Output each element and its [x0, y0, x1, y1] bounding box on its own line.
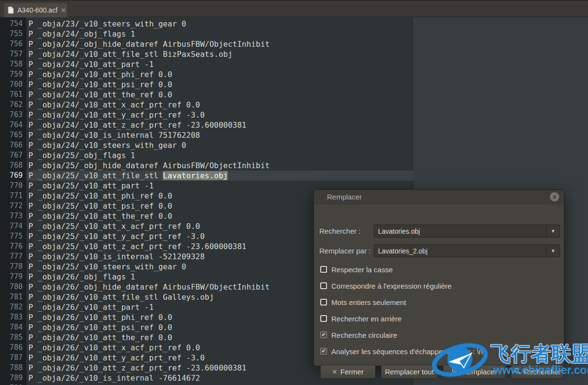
code-line[interactable]: 768P _obja/25/_obj_hide_dataref AirbusFB…	[0, 160, 588, 171]
line-number: 790	[0, 383, 26, 385]
line-number: 759	[0, 69, 26, 80]
tab-close-icon[interactable]: ✕	[61, 7, 66, 14]
checkbox-icon[interactable]	[320, 299, 327, 305]
checkbox-row[interactable]: ✔Recherche circulaire	[314, 327, 564, 343]
checkbox-row[interactable]: Correspondre à l'expression régulière	[314, 278, 564, 294]
button-label: Remplacer	[462, 368, 497, 376]
line-number: 779	[0, 272, 26, 282]
replace-dropdown-icon[interactable]: ▼	[546, 245, 560, 257]
code-line[interactable]: 769P _obja/25/_v10_att_file_stl Lavatori…	[0, 171, 588, 181]
line-number: 770	[0, 181, 26, 191]
search-input[interactable]	[374, 225, 546, 237]
code-line[interactable]: 755P _obja/24/_obj_flags 1	[0, 29, 588, 39]
code-line[interactable]: 762P _obja/24/_v10_att_x_acf_prt_ref 0.0	[0, 100, 588, 110]
line-text: P _obja/25/_obj_flags 1	[26, 150, 413, 160]
line-text: P _obja/23/_v10_steers_with_gear 0	[26, 19, 413, 29]
code-line[interactable]: 754P _obja/23/_v10_steers_with_gear 0	[0, 19, 588, 29]
line-number: 765	[0, 130, 26, 140]
line-text: P _obja/24/_obj_hide_dataref AirbusFBW/O…	[26, 39, 413, 49]
checkbox-label: Respecter la casse	[331, 266, 393, 274]
dialog-buttons: ✕FermerRemplacer toutRemplacerRechercher	[320, 365, 564, 379]
code-line[interactable]: 765P _obja/24/_v10_is_internal 751762208	[0, 130, 588, 140]
line-text: P _obja/24/_v10_att_part -1	[26, 59, 413, 69]
remplacer-tout-button[interactable]: Remplacer tout	[381, 365, 438, 379]
code-line[interactable]: 790P _obja/26/_v10_steers_with_gear 0	[0, 383, 588, 385]
code-line[interactable]: 759P _obja/24/_v10_att_phi_ref 0.0	[0, 69, 588, 80]
line-number: 784	[0, 322, 26, 332]
file-icon	[8, 6, 14, 14]
line-number: 785	[0, 332, 26, 343]
code-line[interactable]: 767P _obja/25/_obj_flags 1	[0, 150, 588, 160]
line-number: 788	[0, 363, 26, 373]
search-field-row: Rechercher : ▼	[314, 225, 564, 238]
search-dropdown-icon[interactable]: ▼	[546, 225, 560, 237]
line-number: 755	[0, 29, 26, 39]
checkbox-checked-icon[interactable]: ✔	[320, 332, 327, 338]
code-line[interactable]: 763P _obja/24/_v10_att_y_acf_prt_ref -3.…	[0, 110, 588, 120]
search-combo: ▼	[374, 225, 560, 238]
line-number: 766	[0, 140, 26, 150]
line-text: P _obja/26/_v10_steers_with_gear 0	[26, 383, 413, 385]
code-line[interactable]: 760P _obja/24/_v10_att_psi_ref 0.0	[0, 80, 588, 90]
code-line[interactable]: 757P _obja/24/_v10_att_file_stl BizPaxSe…	[0, 49, 588, 59]
replace-dialog-titlebar[interactable]: Remplacer ✕	[314, 190, 564, 204]
line-number: 787	[0, 353, 26, 363]
line-number: 772	[0, 201, 26, 211]
dialog-close-icon[interactable]: ✕	[550, 192, 559, 201]
selected-text: Lavatories.obj	[163, 171, 228, 180]
checkbox-label: Mots entiers seulement	[331, 298, 406, 306]
line-text: P _obja/24/_v10_is_internal 751762208	[26, 130, 413, 140]
rechercher-button[interactable]: Rechercher	[511, 365, 564, 379]
checkbox-row[interactable]: Respecter la casse	[314, 261, 564, 278]
fermer-button[interactable]: ✕Fermer	[320, 365, 376, 379]
checkbox-icon[interactable]	[320, 282, 327, 289]
tab-title: A340-600.acf	[17, 6, 57, 14]
line-text: P _obja/24/_v10_att_file_stl BizPaxSeats…	[26, 49, 413, 59]
checkbox-checked-icon[interactable]: ✔	[320, 348, 327, 355]
replace-dialog: Remplacer ✕ Rechercher : ▼ Remplacer par…	[314, 189, 564, 366]
tab-a340-600[interactable]: A340-600.acf ✕	[3, 2, 68, 17]
line-number: 763	[0, 110, 26, 120]
checkbox-icon[interactable]	[320, 266, 327, 273]
button-label: Fermer	[340, 368, 364, 376]
line-number: 776	[0, 241, 26, 252]
line-number: 767	[0, 150, 26, 160]
dialog-title: Remplacer	[314, 193, 362, 201]
line-text: P _obja/24/_v10_att_z_acf_prt_ref -23.60…	[26, 120, 413, 130]
code-line[interactable]: 764P _obja/24/_v10_att_z_acf_prt_ref -23…	[0, 120, 588, 130]
checkbox-icon[interactable]	[320, 315, 327, 322]
line-number: 764	[0, 120, 26, 130]
code-line[interactable]: 766P _obja/24/_v10_steers_with_gear 0	[0, 140, 588, 150]
line-text: P _obja/24/_v10_att_the_ref 0.0	[26, 90, 413, 100]
checkbox-label: Recherche circulaire	[331, 331, 397, 339]
line-number: 762	[0, 100, 26, 110]
line-text-pre: P _obja/25/_v10_att_file_stl	[28, 171, 163, 180]
code-line[interactable]: 761P _obja/24/_v10_att_the_ref 0.0	[0, 90, 588, 100]
checkbox-list: Respecter la casseCorrespondre à l'expre…	[314, 261, 564, 359]
line-number: 761	[0, 90, 26, 100]
line-number: 773	[0, 211, 26, 221]
close-icon: ✕	[332, 369, 337, 375]
editor-window: A340-600.acf ✕ 754P _obja/23/_v10_steers…	[0, 0, 588, 385]
remplacer-button[interactable]: Remplacer	[443, 365, 506, 379]
line-text: P _obja/24/_v10_att_psi_ref 0.0	[26, 80, 413, 90]
line-number: 783	[0, 312, 26, 322]
line-number: 789	[0, 373, 26, 383]
checkbox-row[interactable]: ✔Analyser les séquences d'échappement (e…	[314, 343, 564, 359]
line-number: 771	[0, 191, 26, 201]
replace-input[interactable]	[374, 245, 546, 257]
tab-bar: A340-600.acf ✕	[0, 0, 588, 17]
line-number: 774	[0, 221, 26, 231]
code-line[interactable]: 756P _obja/24/_obj_hide_dataref AirbusFB…	[0, 39, 588, 49]
find-replace-icon	[452, 368, 458, 376]
code-line[interactable]: 758P _obja/24/_v10_att_part -1	[0, 59, 588, 69]
line-number: 757	[0, 49, 26, 59]
line-text: P _obja/24/_obj_flags 1	[26, 29, 413, 39]
checkbox-row[interactable]: Mots entiers seulement	[314, 294, 564, 310]
checkbox-row[interactable]: Rechercher en arrière	[314, 310, 564, 327]
line-number: 758	[0, 59, 26, 69]
line-number: 760	[0, 80, 26, 90]
line-number: 782	[0, 302, 26, 312]
button-label: Rechercher	[524, 368, 562, 376]
replace-label: Remplacer par :	[319, 247, 371, 255]
